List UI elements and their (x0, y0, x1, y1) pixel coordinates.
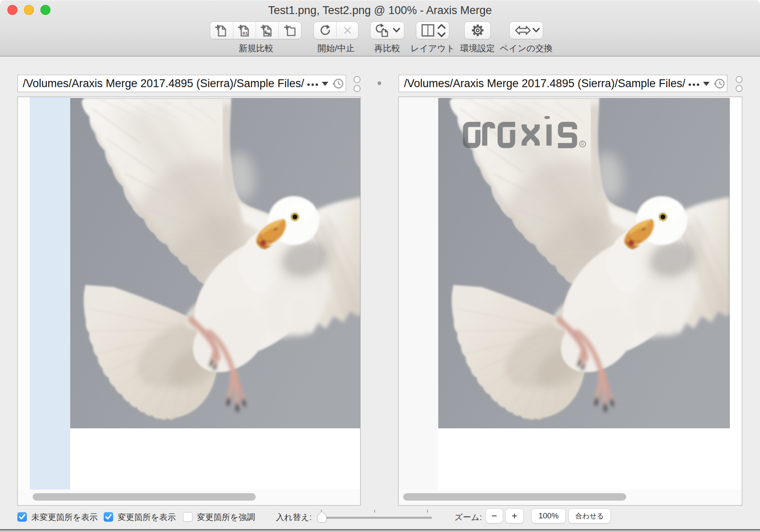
svg-text:01: 01 (242, 31, 248, 36)
svg-text:R: R (581, 142, 584, 147)
